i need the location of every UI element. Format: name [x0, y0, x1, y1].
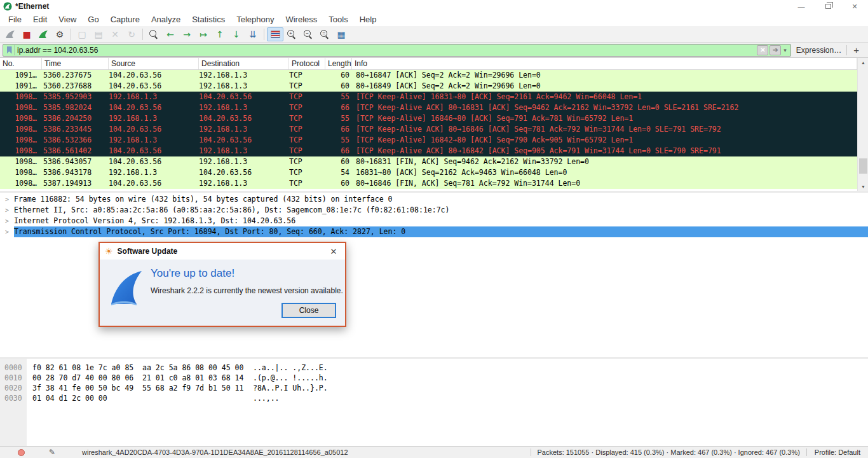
- scroll-down-icon[interactable]: ▼: [858, 182, 868, 191]
- expand-chevron-icon[interactable]: >: [0, 216, 14, 226]
- menu-item-tools[interactable]: Tools: [323, 13, 353, 25]
- menu-item-analyze[interactable]: Analyze: [146, 13, 186, 25]
- packet-row[interactable]: 1098…5385.982024104.20.63.56192.168.1.3T…: [0, 102, 857, 113]
- packet-row[interactable]: 1098…5386.561402104.20.63.56192.168.1.3T…: [0, 146, 857, 156]
- expand-chevron-icon[interactable]: >: [0, 205, 14, 216]
- hex-ascii: .(p.@... !.....h.: [253, 373, 328, 383]
- packet-row[interactable]: 1098…5385.952903192.168.1.3104.20.63.56T…: [0, 92, 857, 102]
- find-packet-icon[interactable]: [146, 27, 162, 41]
- hex-row[interactable]: 0000f0 82 61 08 1e 7c a0 85 aa 2c 5a 86 …: [0, 363, 868, 373]
- filter-dropdown-icon[interactable]: ▾: [781, 47, 789, 53]
- menu-item-go[interactable]: Go: [82, 13, 104, 25]
- packet-row[interactable]: 1091…5360.237688104.20.63.56192.168.1.3T…: [0, 81, 857, 92]
- capture-options-icon[interactable]: ⚙: [51, 27, 68, 41]
- filter-clear-icon[interactable]: ✕: [757, 45, 768, 55]
- save-file-icon[interactable]: ▤: [90, 27, 107, 41]
- filter-apply-icon[interactable]: ➔: [770, 45, 781, 55]
- menu-item-edit[interactable]: Edit: [27, 13, 53, 25]
- go-first-icon[interactable]: ↑: [212, 27, 228, 41]
- go-to-packet-icon[interactable]: ↦: [195, 27, 212, 41]
- packet-row[interactable]: 1098…5387.194913104.20.63.56192.168.1.3T…: [0, 178, 857, 189]
- packet-row[interactable]: 1098…5386.943057104.20.63.56192.168.1.3T…: [0, 156, 857, 167]
- packet-row[interactable]: 1098…5386.233445104.20.63.56192.168.1.3T…: [0, 124, 857, 135]
- menu-item-wireless[interactable]: Wireless: [280, 13, 323, 25]
- go-last-icon[interactable]: ↓: [228, 27, 245, 41]
- cell-info: [TCP Keep-Alive] 16831→80 [ACK] Seq=2161…: [352, 92, 857, 102]
- column-header-destination[interactable]: Destination: [199, 58, 289, 69]
- detail-line[interactable]: >Internet Protocol Version 4, Src: 192.1…: [0, 216, 868, 226]
- column-header-time[interactable]: Time: [42, 58, 109, 69]
- cell-length: 55: [325, 113, 352, 124]
- column-header-info[interactable]: Info: [352, 58, 857, 69]
- restart-capture-icon[interactable]: [35, 27, 51, 41]
- expand-chevron-icon[interactable]: >: [0, 226, 14, 237]
- detail-line[interactable]: >Ethernet II, Src: a0:85:aa:2c:5a:86 (a0…: [0, 205, 868, 216]
- detail-line[interactable]: >Transmission Control Protocol, Src Port…: [0, 226, 868, 237]
- menu-item-help[interactable]: Help: [354, 13, 383, 25]
- cell-source: 104.20.63.56: [109, 70, 199, 81]
- cell-time: 5386.204250: [42, 113, 109, 124]
- menu-item-capture[interactable]: Capture: [105, 13, 146, 25]
- packet-row[interactable]: 1098…5386.532366192.168.1.3104.20.63.56T…: [0, 135, 857, 146]
- hex-row[interactable]: 00203f 38 41 fe 00 50 bc 49 55 68 a2 f9 …: [0, 383, 868, 393]
- capture-comment-icon[interactable]: ✎: [49, 448, 55, 457]
- menu-item-telephony[interactable]: Telephony: [231, 13, 280, 25]
- expression-button[interactable]: Expression…: [791, 46, 846, 55]
- hex-bytes: 00 28 70 d7 40 00 80 06 21 01 c0 a8 01 0…: [27, 373, 253, 383]
- scrollbar-thumb[interactable]: [859, 158, 867, 174]
- packet-row[interactable]: 1098…5386.204250192.168.1.3104.20.63.56T…: [0, 113, 857, 124]
- menu-item-file[interactable]: File: [3, 13, 27, 25]
- cell-no: 1091…: [0, 70, 42, 81]
- cell-destination: 192.168.1.3: [199, 146, 289, 156]
- reload-file-icon[interactable]: ↻: [123, 27, 140, 41]
- cell-time: 5387.194913: [42, 178, 109, 189]
- zoom-reset-icon[interactable]: =: [316, 27, 333, 41]
- go-forward-icon[interactable]: →: [179, 27, 195, 41]
- packet-row[interactable]: 1091…5360.237675104.20.63.56192.168.1.3T…: [0, 70, 857, 81]
- go-back-icon[interactable]: ←: [162, 27, 179, 41]
- start-capture-icon[interactable]: [2, 27, 18, 41]
- close-file-icon[interactable]: ✕: [107, 27, 123, 41]
- expert-info-icon[interactable]: [18, 449, 25, 456]
- packet-row[interactable]: 1098…5386.943178192.168.1.3104.20.63.56T…: [0, 167, 857, 178]
- dialog-close-button[interactable]: Close: [281, 303, 336, 318]
- stop-capture-icon[interactable]: ■: [18, 27, 35, 41]
- detail-line[interactable]: >Frame 116882: 54 bytes on wire (432 bit…: [0, 194, 868, 205]
- minimize-button[interactable]: —: [788, 0, 815, 13]
- display-filter-field[interactable]: ✕ ➔ ▾: [3, 44, 791, 57]
- column-header-no[interactable]: No.: [0, 58, 42, 69]
- resize-columns-icon[interactable]: ▦: [333, 27, 349, 41]
- menu-item-statistics[interactable]: Statistics: [186, 13, 231, 25]
- cell-time: 5386.561402: [42, 146, 109, 156]
- colorize-icon[interactable]: [267, 27, 283, 41]
- hex-row[interactable]: 001000 28 70 d7 40 00 80 06 21 01 c0 a8 …: [0, 373, 868, 383]
- profile-selector[interactable]: Profile: Default: [806, 448, 868, 456]
- wireshark-window: *Ethernet — ✕ FileEditViewGoCaptureAnaly…: [0, 0, 868, 458]
- cell-source: 104.20.63.56: [109, 102, 199, 113]
- cell-source: 104.20.63.56: [109, 156, 199, 167]
- cell-destination: 192.168.1.3: [199, 102, 289, 113]
- column-header-protocol[interactable]: Protocol: [289, 58, 325, 69]
- scroll-up-icon[interactable]: ▲: [858, 58, 868, 67]
- maximize-button[interactable]: [815, 0, 841, 13]
- expand-chevron-icon[interactable]: >: [0, 194, 14, 205]
- column-header-length[interactable]: Length: [325, 58, 352, 69]
- close-button[interactable]: ✕: [841, 0, 868, 13]
- cell-info: 80→16846 [FIN, ACK] Seq=781 Ack=792 Win=…: [352, 178, 857, 189]
- filter-bookmark-icon[interactable]: [4, 45, 15, 55]
- filter-input[interactable]: [15, 46, 756, 55]
- column-header-source[interactable]: Source: [109, 58, 199, 69]
- cell-length: 55: [325, 92, 352, 102]
- cell-source: 192.168.1.3: [109, 113, 199, 124]
- cell-length: 60: [325, 156, 352, 167]
- packet-list-scrollbar[interactable]: ▲ ▼: [857, 58, 868, 191]
- auto-scroll-icon[interactable]: ⇊: [245, 27, 261, 41]
- add-filter-button[interactable]: +: [847, 45, 865, 55]
- zoom-in-icon[interactable]: +: [283, 27, 300, 41]
- menu-item-view[interactable]: View: [53, 13, 82, 25]
- cell-info: 80→16831 [FIN, ACK] Seq=9462 Ack=2162 Wi…: [352, 156, 857, 167]
- open-file-icon[interactable]: ▢: [74, 27, 90, 41]
- zoom-out-icon[interactable]: −: [300, 27, 316, 41]
- dialog-close-icon[interactable]: ✕: [327, 247, 340, 256]
- hex-row[interactable]: 003001 04 d1 2c 00 00...,..: [0, 393, 868, 403]
